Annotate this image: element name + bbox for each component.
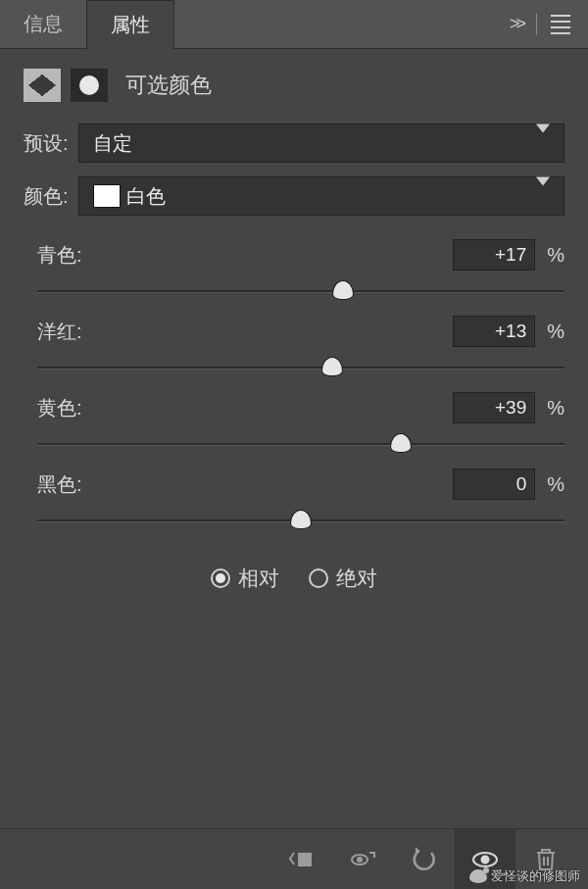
slider-value-input[interactable]: +39 bbox=[453, 392, 535, 423]
form-area: 预设: 自定 颜色: 白色 bbox=[0, 123, 588, 229]
mode-row: 相对 绝对 bbox=[0, 545, 588, 602]
slider-label: 洋红: bbox=[37, 319, 82, 345]
tab-bar: 信息 属性 >> bbox=[0, 0, 588, 49]
view-previous-icon[interactable] bbox=[333, 829, 394, 890]
separator bbox=[536, 14, 537, 35]
watermark: 爱怪谈的修图师 bbox=[469, 867, 580, 885]
radio-relative[interactable]: 相对 bbox=[211, 565, 279, 592]
svg-rect-0 bbox=[298, 853, 312, 866]
chevron-down-icon bbox=[536, 186, 550, 207]
clip-to-layer-icon[interactable] bbox=[272, 829, 333, 890]
slider-track[interactable] bbox=[37, 353, 564, 382]
radio-icon bbox=[309, 568, 328, 588]
color-swatch bbox=[93, 184, 121, 208]
slider-thumb[interactable] bbox=[390, 433, 412, 453]
radio-icon bbox=[211, 568, 230, 588]
percent-sign: % bbox=[547, 244, 564, 267]
slider-yellow: 黄色: +39 % bbox=[37, 392, 564, 459]
slider-value-input[interactable]: +17 bbox=[453, 239, 535, 271]
weibo-icon bbox=[469, 869, 487, 883]
tab-info[interactable]: 信息 bbox=[0, 0, 86, 48]
properties-panel: 可选颜色 预设: 自定 颜色: 白色 青色: +17 % bbox=[0, 49, 588, 889]
slider-magenta: 洋红: +13 % bbox=[37, 316, 564, 382]
slider-label: 黄色: bbox=[37, 395, 82, 421]
panel-title: 可选颜色 bbox=[125, 71, 212, 100]
slider-black: 黑色: 0 % bbox=[37, 469, 564, 535]
color-label: 颜色: bbox=[24, 183, 78, 210]
slider-track[interactable] bbox=[37, 429, 564, 459]
mask-icon[interactable] bbox=[71, 69, 108, 102]
reset-icon[interactable] bbox=[394, 829, 455, 890]
svg-point-2 bbox=[358, 858, 362, 862]
percent-sign: % bbox=[547, 321, 564, 343]
color-select[interactable]: 白色 bbox=[78, 176, 564, 216]
radio-label: 绝对 bbox=[336, 565, 377, 592]
adjustment-icon[interactable] bbox=[24, 69, 61, 102]
slider-track[interactable] bbox=[37, 506, 564, 535]
slider-thumb[interactable] bbox=[321, 357, 343, 376]
slider-cyan: 青色: +17 % bbox=[37, 239, 564, 306]
tab-properties[interactable]: 属性 bbox=[86, 0, 174, 49]
svg-point-4 bbox=[482, 856, 489, 863]
preset-row: 预设: 自定 bbox=[24, 123, 564, 163]
collapse-icon[interactable]: >> bbox=[510, 14, 522, 34]
tabbar-right: >> bbox=[510, 0, 588, 48]
chevron-down-icon bbox=[536, 133, 550, 154]
preset-select[interactable]: 自定 bbox=[78, 123, 564, 163]
panel-menu-icon[interactable] bbox=[551, 15, 570, 34]
slider-label: 青色: bbox=[37, 242, 82, 269]
color-value: 白色 bbox=[126, 183, 166, 210]
watermark-text: 爱怪谈的修图师 bbox=[491, 867, 580, 885]
slider-value-input[interactable]: 0 bbox=[453, 469, 535, 500]
panel-header: 可选颜色 bbox=[0, 49, 588, 123]
color-row: 颜色: 白色 bbox=[24, 176, 564, 216]
percent-sign: % bbox=[547, 397, 564, 420]
slider-track[interactable] bbox=[37, 276, 564, 306]
slider-value-input[interactable]: +13 bbox=[453, 316, 535, 347]
radio-label: 相对 bbox=[238, 565, 279, 592]
percent-sign: % bbox=[547, 473, 564, 496]
slider-block: 青色: +17 % 洋红: +13 % bbox=[0, 229, 588, 545]
slider-thumb[interactable] bbox=[290, 510, 312, 529]
slider-label: 黑色: bbox=[37, 471, 82, 498]
preset-label: 预设: bbox=[24, 130, 78, 157]
slider-thumb[interactable] bbox=[332, 280, 354, 300]
preset-value: 自定 bbox=[93, 130, 132, 157]
radio-absolute[interactable]: 绝对 bbox=[309, 565, 377, 592]
